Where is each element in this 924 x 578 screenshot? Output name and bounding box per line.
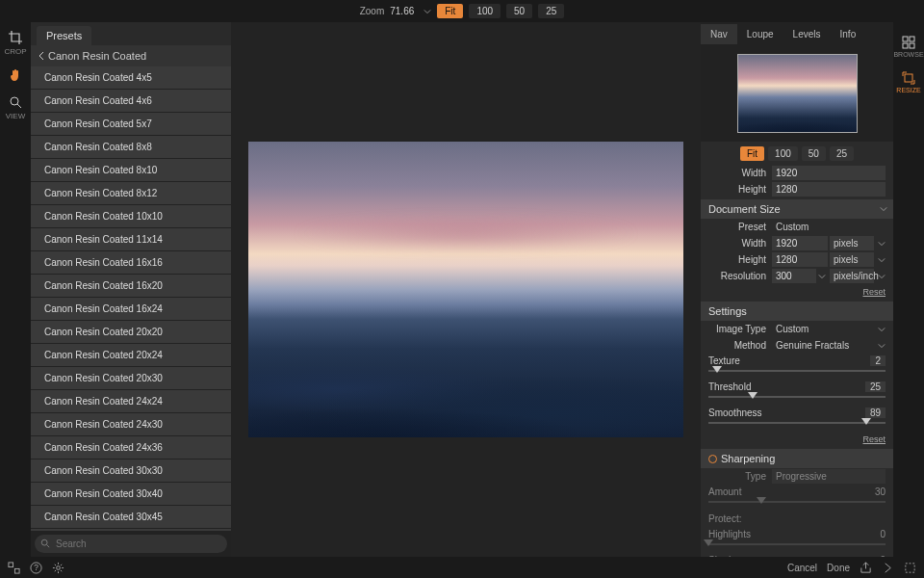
browse-tool[interactable]: BROWSE xyxy=(893,36,923,58)
threshold-slider[interactable]: Threshold25 xyxy=(701,380,893,406)
threshold-value: 25 xyxy=(865,381,886,392)
preset-item[interactable]: Canon Resin Coated 20x24 xyxy=(31,344,231,367)
tab-info[interactable]: Info xyxy=(831,24,866,44)
sharpen-amount-slider[interactable]: Amount30 xyxy=(701,485,893,511)
chevron-down-icon[interactable] xyxy=(818,273,826,280)
doc-preset-value[interactable]: Custom xyxy=(772,220,886,234)
done-button[interactable]: Done xyxy=(827,563,850,573)
height-input[interactable] xyxy=(772,182,886,197)
preset-item[interactable]: Canon Resin Coated 30x45 xyxy=(31,506,231,529)
doc-height-unit[interactable]: pixels xyxy=(830,252,874,267)
section-settings[interactable]: Settings xyxy=(701,302,893,321)
sharpen-amount-value: 30 xyxy=(875,486,886,497)
zoom-value: 71.66 xyxy=(390,6,414,16)
highlights-label: Highlights xyxy=(708,529,751,539)
chevron-down-icon[interactable] xyxy=(878,273,886,280)
help-icon[interactable]: ? xyxy=(30,562,42,574)
width-label: Width xyxy=(708,168,772,178)
section-document-size[interactable]: Document Size xyxy=(701,199,893,219)
preset-item[interactable]: Canon Resin Coated 16x20 xyxy=(31,275,231,298)
smoothness-slider[interactable]: Smoothness89 xyxy=(701,406,893,432)
settings-method-label: Method xyxy=(708,340,772,351)
highlights-value: 0 xyxy=(880,529,886,539)
preset-item[interactable]: Canon Resin Coated 11x14 xyxy=(31,228,231,251)
tab-levels[interactable]: Levels xyxy=(783,24,831,44)
svg-rect-4 xyxy=(903,43,908,48)
preset-item[interactable]: Canon Resin Coated 16x24 xyxy=(31,298,231,321)
nav-zoom-fit[interactable]: Fit xyxy=(740,146,764,161)
preset-item[interactable]: Canon Resin Coated 24x30 xyxy=(31,413,231,436)
presets-tabs: Presets xyxy=(31,22,231,45)
doc-width-unit[interactable]: pixels xyxy=(830,236,874,250)
highlights-slider[interactable]: Highlights0 xyxy=(701,527,893,553)
svg-point-0 xyxy=(11,97,18,105)
nav-zoom-50[interactable]: 50 xyxy=(802,146,826,161)
preset-search-input[interactable] xyxy=(35,535,227,553)
magnifier-icon xyxy=(8,94,23,110)
zoom-25-button[interactable]: 25 xyxy=(538,4,564,18)
hand-tool[interactable] xyxy=(8,67,23,83)
crop-tool[interactable]: CROP xyxy=(4,30,26,56)
doc-width-input[interactable] xyxy=(772,236,828,250)
section-sharpening[interactable]: Sharpening xyxy=(701,449,893,468)
canvas-viewport[interactable] xyxy=(231,22,701,557)
preset-list[interactable]: Canon Resin Coated 4x5Canon Resin Coated… xyxy=(31,66,231,531)
zoom-50-button[interactable]: 50 xyxy=(506,4,532,18)
chevron-down-icon[interactable] xyxy=(424,8,431,15)
expand-icon[interactable] xyxy=(904,562,916,574)
nav-zoom-100[interactable]: 100 xyxy=(768,146,798,161)
resize-tool[interactable]: RESIZE xyxy=(896,71,920,93)
tab-nav[interactable]: Nav xyxy=(701,24,737,44)
doc-preset-label: Preset xyxy=(708,222,772,232)
preset-item[interactable]: Canon Resin Coated 8x12 xyxy=(31,182,231,205)
preset-item[interactable]: Canon Resin Coated 8x10 xyxy=(31,159,231,182)
cancel-button[interactable]: Cancel xyxy=(787,563,817,573)
doc-height-input[interactable] xyxy=(772,252,828,267)
navigator-preview[interactable] xyxy=(701,45,893,142)
preset-item[interactable]: Canon Resin Coated 24x24 xyxy=(31,390,231,413)
doc-res-unit[interactable]: pixels/inch xyxy=(830,269,874,283)
doc-reset-button[interactable]: Reset xyxy=(701,284,893,300)
chevron-down-icon[interactable] xyxy=(878,326,886,333)
preset-item[interactable]: Canon Resin Coated 16x16 xyxy=(31,251,231,275)
preset-item[interactable]: Canon Resin Coated 24x36 xyxy=(31,436,231,460)
texture-slider[interactable]: Texture2 xyxy=(701,354,893,380)
sharpen-type-label: Type xyxy=(708,471,772,482)
preset-item[interactable]: Canon Resin Coated 30x30 xyxy=(31,460,231,483)
preset-item[interactable]: Canon Resin Coated 4x5 xyxy=(31,66,231,90)
chevron-down-icon[interactable] xyxy=(878,256,886,264)
smoothness-value: 89 xyxy=(865,407,886,418)
preset-item[interactable]: Canon Resin Coated 8x8 xyxy=(31,136,231,159)
preset-group-header[interactable]: Canon Resin Coated xyxy=(31,45,231,66)
preset-item[interactable]: Canon Resin Coated 30x40 xyxy=(31,483,231,506)
top-zoom-bar: Zoom 71.66 Fit 100 50 25 xyxy=(0,0,924,22)
svg-rect-7 xyxy=(9,562,13,566)
sharpen-type-value[interactable]: Progressive xyxy=(772,469,886,484)
preset-item[interactable]: Canon Resin Coated 20x20 xyxy=(31,321,231,344)
zoom-100-button[interactable]: 100 xyxy=(469,4,500,18)
doc-height-label: Height xyxy=(708,254,772,265)
doc-res-input[interactable] xyxy=(772,269,816,283)
preset-item[interactable]: Canon Resin Coated 4x6 xyxy=(31,90,231,113)
grid-icon[interactable] xyxy=(8,562,20,574)
nav-zoom-25[interactable]: 25 xyxy=(830,146,854,161)
settings-reset-button[interactable]: Reset xyxy=(701,432,893,447)
crop-label: CROP xyxy=(4,47,26,56)
preset-item[interactable]: Canon Resin Coated 10x10 xyxy=(31,205,231,228)
chevron-down-icon[interactable] xyxy=(878,240,886,248)
doc-res-label: Resolution xyxy=(708,271,772,281)
preset-item[interactable]: Canon Resin Coated 5x7 xyxy=(31,113,231,136)
next-icon[interactable] xyxy=(882,562,894,574)
preset-item[interactable]: Canon Resin Coated 20x30 xyxy=(31,367,231,390)
settings-type-value[interactable]: Custom xyxy=(772,322,874,336)
width-input[interactable] xyxy=(772,166,886,180)
presets-tab[interactable]: Presets xyxy=(37,26,91,45)
share-icon[interactable] xyxy=(860,562,872,574)
hand-icon xyxy=(8,67,23,83)
gear-icon[interactable] xyxy=(52,562,64,574)
tab-loupe[interactable]: Loupe xyxy=(737,24,783,44)
chevron-down-icon[interactable] xyxy=(878,342,886,350)
settings-method-value[interactable]: Genuine Fractals xyxy=(772,338,874,353)
zoom-fit-button[interactable]: Fit xyxy=(437,4,463,18)
view-tool[interactable]: VIEW xyxy=(6,94,25,120)
